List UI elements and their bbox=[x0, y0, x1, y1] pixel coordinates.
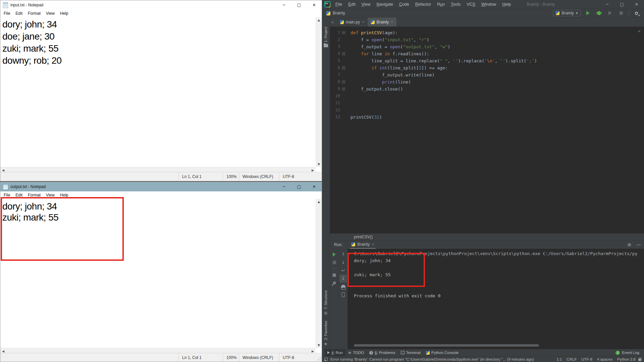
menu-item-file[interactable]: File bbox=[1, 10, 13, 17]
down-stacktrace-button[interactable]: ↓ bbox=[339, 258, 347, 266]
titlebar[interactable]: input.txt - Notepad ─ □ ✕ bbox=[0, 0, 322, 10]
stop-button[interactable] bbox=[331, 258, 338, 266]
code-line[interactable]: 4 for line in f.readlines(): bbox=[330, 50, 644, 57]
stop-button[interactable] bbox=[618, 9, 625, 17]
scroll-up-arrow[interactable]: ▲ bbox=[316, 17, 322, 23]
sidebar-item-favorites[interactable]: 2: Favorites ★ bbox=[324, 321, 328, 346]
scroll-to-end-button[interactable]: ↧ bbox=[339, 275, 347, 283]
code-line[interactable]: 9 f_output.close() bbox=[330, 85, 644, 93]
lock-icon[interactable] bbox=[638, 359, 641, 361]
code-line[interactable]: 2 f = open("input.txt", "r") bbox=[330, 36, 644, 43]
run-tab-brainly[interactable]: Brainly ✕ bbox=[350, 241, 375, 249]
fold-marker-icon[interactable] bbox=[342, 31, 345, 34]
menu-item-window[interactable]: Window bbox=[478, 0, 499, 9]
fold-marker-icon[interactable] bbox=[342, 80, 345, 83]
run-button[interactable] bbox=[584, 9, 592, 17]
titlebar[interactable]: PC FileEditViewNavigateCodeRefactorRunTo… bbox=[322, 0, 644, 9]
code-line[interactable]: 6 if int(line_split[2]) >= age: bbox=[330, 64, 644, 71]
menu-item-tools[interactable]: Tools bbox=[448, 0, 464, 9]
toolwindow-button-terminal[interactable]: >Terminal bbox=[398, 349, 423, 356]
print-button[interactable] bbox=[339, 283, 347, 291]
status-widget-utf-8[interactable]: UTF-8 bbox=[581, 357, 592, 361]
breadcrumb[interactable]: Brainly bbox=[333, 11, 345, 15]
clear-all-button[interactable] bbox=[339, 291, 347, 299]
search-everywhere-button[interactable] bbox=[633, 9, 640, 17]
menu-item-navigate[interactable]: Navigate bbox=[374, 0, 396, 9]
tab-main-py[interactable]: main.py ✕ bbox=[337, 17, 368, 26]
soft-wrap-button[interactable]: ↩ bbox=[339, 266, 347, 275]
code-line[interactable]: 12 bbox=[330, 107, 644, 114]
fold-marker-icon[interactable] bbox=[342, 87, 345, 90]
code-line[interactable]: 1def printCSV(age): bbox=[330, 29, 644, 36]
status-message[interactable]: Error running 'Brainly': Cannot run prog… bbox=[330, 357, 553, 361]
minimize-button[interactable]: ─ bbox=[276, 0, 291, 10]
status-widget-4-spaces[interactable]: 4 spaces bbox=[597, 357, 612, 361]
vertical-scrollbar[interactable]: ▲ ▼ bbox=[316, 199, 321, 348]
menu-item-run[interactable]: Run bbox=[434, 0, 448, 9]
event-log-button[interactable]: 2 Event Log bbox=[615, 351, 639, 355]
tab-list-icon[interactable]: ≡ bbox=[331, 20, 336, 26]
pin-tab-button[interactable] bbox=[331, 279, 338, 287]
close-button[interactable]: ✕ bbox=[629, 0, 644, 9]
toolwindow-button-todo[interactable]: ≡TODO bbox=[345, 349, 367, 356]
menu-item-edit[interactable]: Edit bbox=[345, 0, 359, 9]
status-widget-1-1[interactable]: 1:1 bbox=[556, 357, 562, 361]
maximize-button[interactable]: □ bbox=[291, 182, 307, 191]
scroll-up-arrow[interactable]: ▲ bbox=[316, 199, 322, 204]
status-widget-crlf[interactable]: CRLF bbox=[567, 357, 577, 361]
tab-brainly[interactable]: Brainly ✕ bbox=[368, 17, 396, 26]
status-widget-python-3-8[interactable]: Python 3.8 bbox=[617, 357, 636, 361]
maximize-button[interactable]: □ bbox=[614, 0, 629, 9]
sidebar-item-structure[interactable]: 7: Structure ▤ bbox=[324, 290, 328, 315]
menu-item-help[interactable]: Help bbox=[57, 10, 71, 17]
code-line[interactable]: 3 f_output = open("output.txt", "w") bbox=[330, 43, 644, 50]
close-icon[interactable]: ✕ bbox=[372, 243, 374, 246]
minimize-button[interactable]: ─ bbox=[276, 182, 291, 191]
restore-layout-button[interactable]: ▦ bbox=[331, 271, 338, 279]
menu-item-edit[interactable]: Edit bbox=[13, 10, 25, 17]
gear-icon[interactable]: ⚙ bbox=[627, 242, 631, 247]
maximize-button[interactable]: □ bbox=[291, 0, 307, 10]
code-line[interactable]: 10 bbox=[330, 93, 644, 100]
fold-marker-icon[interactable] bbox=[342, 66, 345, 69]
text-area[interactable]: dory; john; 34doe; jane; 30zuki; mark; 5… bbox=[0, 17, 322, 167]
code-editor[interactable]: 1def printCSV(age):2 f = open("input.txt… bbox=[330, 27, 644, 233]
menu-item-view[interactable]: View bbox=[43, 10, 57, 17]
code-line[interactable]: 7 f_output.write(line) bbox=[330, 71, 644, 78]
resize-grip[interactable] bbox=[317, 356, 321, 361]
close-button[interactable]: ✕ bbox=[307, 0, 322, 10]
menu-item-vcs[interactable]: VCS bbox=[464, 0, 478, 9]
close-button[interactable]: ✕ bbox=[307, 182, 322, 191]
run-with-coverage-button[interactable] bbox=[606, 9, 614, 17]
run-configuration-selector[interactable]: Brainly ▼ bbox=[553, 10, 581, 16]
toolwindow-button-python-console[interactable]: Python Console bbox=[423, 349, 461, 356]
vertical-scrollbar[interactable]: ▲ ▼ bbox=[316, 17, 321, 167]
menu-item-format[interactable]: Format bbox=[25, 10, 43, 17]
context-breadcrumb[interactable]: printCSV() bbox=[330, 233, 644, 240]
tool-window-switcher-icon[interactable] bbox=[324, 358, 328, 361]
close-icon[interactable]: ✕ bbox=[362, 20, 365, 24]
menu-item-help[interactable]: Help bbox=[499, 0, 514, 9]
menu-item-view[interactable]: View bbox=[359, 0, 374, 9]
titlebar[interactable]: output.txt - Notepad ─ □ ✕ bbox=[0, 182, 322, 191]
menu-item-code[interactable]: Code bbox=[396, 0, 412, 9]
code-line[interactable]: 13printCSV(32) bbox=[330, 114, 644, 121]
code-line[interactable]: 5 line_split = line.replace(" ", '').rep… bbox=[330, 57, 644, 64]
toolwindow-button-4-run[interactable]: 4: Run bbox=[325, 349, 345, 356]
toolwindow-button-6-problems[interactable]: !6: Problems bbox=[367, 349, 398, 356]
up-stacktrace-button[interactable]: ↑ bbox=[339, 250, 347, 258]
scroll-down-arrow[interactable]: ▼ bbox=[316, 342, 322, 348]
code-line[interactable]: 11 bbox=[330, 100, 644, 107]
rerun-button[interactable] bbox=[331, 250, 338, 258]
close-icon[interactable]: ✕ bbox=[391, 20, 393, 24]
scroll-down-arrow[interactable]: ▼ bbox=[316, 161, 322, 167]
menu-item-file[interactable]: File bbox=[332, 0, 345, 9]
hide-panel-icon[interactable]: — bbox=[637, 242, 641, 247]
menu-item-refactor[interactable]: Refactor bbox=[412, 0, 434, 9]
debug-button[interactable] bbox=[595, 9, 603, 17]
minimize-button[interactable]: ─ bbox=[600, 0, 614, 9]
console-horizontal-scrollbar[interactable] bbox=[354, 344, 539, 347]
code-line[interactable]: 8 print(line) bbox=[330, 78, 644, 85]
sidebar-item-project[interactable]: 1: Project bbox=[324, 27, 328, 47]
fold-marker-icon[interactable] bbox=[342, 52, 345, 55]
